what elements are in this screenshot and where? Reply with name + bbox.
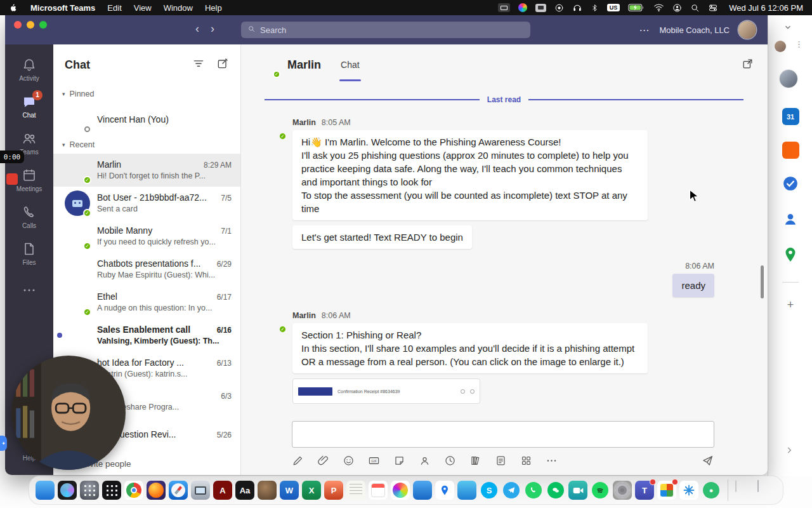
- dock-powerpoint[interactable]: P: [324, 481, 343, 500]
- dock-maps[interactable]: [435, 481, 454, 500]
- gif-icon[interactable]: GIF: [368, 455, 380, 467]
- maps-pin-icon[interactable]: [783, 246, 798, 265]
- vertical-dots-icon[interactable]: ⋮: [795, 39, 803, 49]
- todo-icon[interactable]: [782, 175, 799, 194]
- rail-item-calls[interactable]: Calls: [5, 198, 53, 235]
- zoom-button[interactable]: [39, 21, 47, 29]
- wifi-icon[interactable]: [653, 3, 664, 13]
- contacts-icon[interactable]: [782, 211, 799, 230]
- dock-font-book[interactable]: Aa: [235, 481, 254, 500]
- camera-icon[interactable]: [535, 3, 546, 13]
- menu-window[interactable]: Window: [164, 3, 193, 13]
- back-button[interactable]: ‹: [195, 23, 199, 36]
- attachment-preview[interactable]: Confirmation Receipt #8634639: [292, 378, 480, 404]
- dock-compass-browser[interactable]: [169, 481, 188, 500]
- headphones-icon[interactable]: [572, 3, 582, 13]
- rail-item-files[interactable]: Files: [5, 235, 53, 272]
- chat-list-item[interactable]: Vincent Han (You): [53, 103, 240, 136]
- rail-item-more[interactable]: [5, 272, 53, 309]
- rail-item-chat[interactable]: 1 Chat: [5, 88, 53, 124]
- dock-wechat[interactable]: [546, 481, 565, 500]
- attach-icon[interactable]: [317, 455, 329, 467]
- spotlight-icon[interactable]: [690, 3, 700, 13]
- add-icon[interactable]: +: [787, 299, 794, 311]
- dock-notes[interactable]: [346, 481, 365, 500]
- sticker-icon[interactable]: [393, 455, 405, 467]
- section-header-pinned[interactable]: ▾ Pinned: [53, 85, 240, 103]
- menu-edit[interactable]: Edit: [107, 3, 121, 13]
- dock-skype[interactable]: S: [480, 481, 499, 500]
- camera-preview-overlay[interactable]: [11, 356, 126, 470]
- filter-icon[interactable]: [192, 57, 205, 72]
- dock-blue-app[interactable]: [457, 481, 476, 500]
- new-chat-icon[interactable]: [216, 57, 229, 72]
- menu-help[interactable]: Help: [205, 3, 222, 13]
- keyboard-icon[interactable]: US: [607, 3, 620, 13]
- dock-app-grid[interactable]: [102, 481, 121, 500]
- tab-chat[interactable]: Chat: [339, 57, 361, 72]
- dock-spotify[interactable]: [591, 481, 610, 500]
- chat-list-item[interactable]: Sales Enablement call 6/16 Vahlsing, Kim…: [53, 319, 240, 352]
- avatar[interactable]: [775, 41, 786, 52]
- onenote-icon[interactable]: [782, 142, 799, 159]
- popout-chat-icon[interactable]: [742, 58, 754, 72]
- dock-blue-flower[interactable]: [679, 481, 698, 500]
- dock-firefox[interactable]: [147, 481, 166, 500]
- color-wheel-icon[interactable]: [518, 3, 527, 13]
- chat-list-item[interactable]: Chatbots presentations f... 6/29 Ruby Ma…: [53, 253, 240, 286]
- contact-icon[interactable]: [419, 455, 431, 467]
- dock-trash[interactable]: [757, 481, 776, 500]
- titlebar-more-icon[interactable]: ⋯: [639, 24, 650, 36]
- chat-list-item[interactable]: ✓ Marlin 8:29 AM Hi! Don't forget to fin…: [53, 154, 240, 187]
- chat-list-item[interactable]: ✓ Bot User - 21b9bbdf-aa72... 7/5 Sent a…: [53, 187, 240, 220]
- chat-list-item[interactable]: ✓ Mobile Manny 7/1 If you need to quickl…: [53, 220, 240, 253]
- apps-icon[interactable]: [520, 455, 532, 467]
- dock-word[interactable]: W: [280, 481, 299, 500]
- avatar[interactable]: [780, 70, 797, 88]
- chat-list-item[interactable]: ✓ Ethel 6/17 A nudge on this question: I…: [53, 286, 240, 319]
- chevron-right-icon[interactable]: [785, 446, 794, 457]
- forward-button[interactable]: ›: [211, 23, 214, 36]
- user-icon[interactable]: [672, 3, 682, 13]
- attachment-action-icon[interactable]: [470, 389, 475, 394]
- chevron-down-icon[interactable]: [783, 23, 792, 34]
- dock-green-app[interactable]: ●: [702, 481, 721, 500]
- rail-item-activity[interactable]: Activity: [5, 51, 53, 88]
- search-input[interactable]: Search: [241, 22, 530, 38]
- bluetooth-icon[interactable]: [591, 3, 599, 13]
- section-header-recent[interactable]: ▾ Recent: [53, 136, 240, 154]
- dock-excel[interactable]: X: [302, 481, 321, 500]
- dock-camera-app[interactable]: [568, 481, 587, 500]
- send-icon[interactable]: [701, 454, 714, 467]
- close-button[interactable]: [14, 21, 22, 29]
- dock-acrobat[interactable]: A: [213, 481, 232, 500]
- dock-cyberduck[interactable]: [413, 481, 432, 500]
- format-icon[interactable]: [292, 455, 304, 467]
- dock-siri[interactable]: [58, 481, 77, 500]
- message-input[interactable]: [292, 421, 714, 448]
- dock-photos[interactable]: [391, 481, 410, 500]
- menu-clock[interactable]: Wed Jul 6 12:06 PM: [729, 3, 803, 13]
- emoji-icon[interactable]: [343, 455, 355, 467]
- stop-recording-button[interactable]: [6, 173, 18, 185]
- dock-whatsapp[interactable]: [524, 481, 543, 500]
- dock-telegram[interactable]: [502, 481, 521, 500]
- screen-edge-tab[interactable]: ✦: [0, 436, 7, 451]
- library-icon[interactable]: [469, 455, 481, 467]
- more-icon[interactable]: [546, 455, 558, 467]
- dock-teams[interactable]: T: [635, 481, 654, 500]
- dock-office[interactable]: [657, 481, 676, 500]
- attachment-action-icon[interactable]: [461, 389, 465, 394]
- screen-mirroring-icon[interactable]: [498, 3, 510, 13]
- schedule-icon[interactable]: [444, 455, 456, 467]
- dock-screen-share[interactable]: [191, 481, 210, 500]
- minimize-button[interactable]: [27, 21, 34, 29]
- menu-app-name[interactable]: Microsoft Teams: [30, 3, 95, 13]
- dock-system-preferences[interactable]: [613, 481, 632, 500]
- org-name[interactable]: Mobile Coach, LLC: [659, 25, 730, 35]
- dock-calendar[interactable]: [369, 481, 388, 500]
- record-icon[interactable]: [554, 3, 564, 13]
- scrollbar-thumb[interactable]: [761, 265, 764, 298]
- calendar-icon[interactable]: 31: [782, 108, 799, 125]
- profile-avatar[interactable]: [738, 21, 756, 39]
